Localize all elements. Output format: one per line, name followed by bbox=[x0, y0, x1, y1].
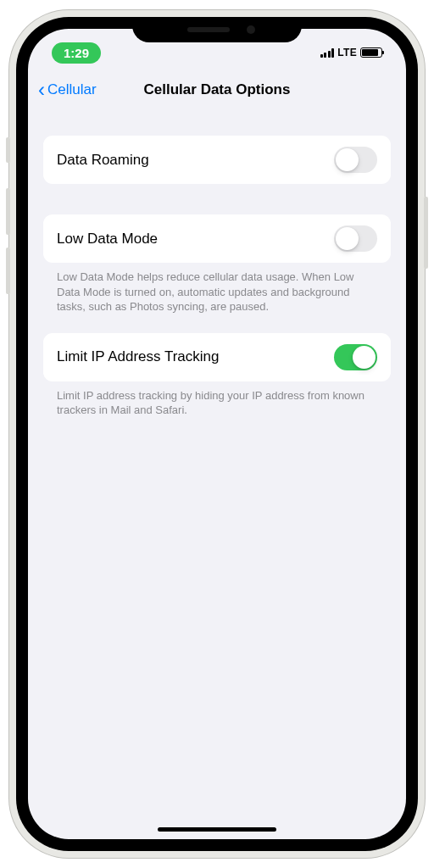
settings-content: Data Roaming Low Data Mode Low Data Mode… bbox=[28, 110, 406, 418]
limit-ip-tracking-label: Limit IP Address Tracking bbox=[57, 348, 220, 365]
back-label: Cellular bbox=[47, 81, 97, 98]
device-frame: 1:29 LTE ‹ Cellular Cellular Data Option… bbox=[9, 10, 425, 858]
limit-ip-tracking-cell: Limit IP Address Tracking bbox=[43, 333, 391, 381]
home-indicator[interactable] bbox=[158, 827, 276, 832]
power-button bbox=[424, 197, 428, 269]
status-time[interactable]: 1:29 bbox=[52, 42, 101, 64]
data-roaming-toggle[interactable] bbox=[334, 147, 377, 173]
volume-down-button bbox=[6, 248, 10, 294]
front-camera bbox=[247, 25, 255, 34]
cellular-signal-icon bbox=[320, 47, 335, 58]
back-button[interactable]: ‹ Cellular bbox=[38, 80, 97, 100]
notch bbox=[132, 17, 302, 42]
screen: 1:29 LTE ‹ Cellular Cellular Data Option… bbox=[28, 29, 406, 839]
data-roaming-cell: Data Roaming bbox=[43, 136, 391, 184]
navigation-bar: ‹ Cellular Cellular Data Options bbox=[28, 70, 406, 110]
volume-up-button bbox=[6, 188, 10, 235]
network-type: LTE bbox=[337, 47, 357, 58]
mute-switch bbox=[6, 137, 10, 163]
limit-ip-tracking-toggle[interactable] bbox=[334, 344, 377, 370]
device-bezel: 1:29 LTE ‹ Cellular Cellular Data Option… bbox=[16, 17, 418, 851]
status-indicators: LTE bbox=[320, 47, 382, 58]
toggle-knob bbox=[353, 346, 376, 369]
low-data-mode-toggle[interactable] bbox=[334, 225, 377, 252]
low-data-mode-label: Low Data Mode bbox=[57, 231, 158, 248]
low-data-mode-footer: Low Data Mode helps reduce cellular data… bbox=[43, 263, 391, 314]
limit-ip-tracking-footer: Limit IP address tracking by hiding your… bbox=[43, 381, 391, 418]
toggle-knob bbox=[336, 148, 359, 171]
speaker bbox=[187, 27, 230, 32]
chevron-left-icon: ‹ bbox=[38, 80, 45, 100]
low-data-mode-cell: Low Data Mode bbox=[43, 214, 391, 263]
battery-icon bbox=[360, 47, 382, 58]
data-roaming-label: Data Roaming bbox=[57, 152, 149, 169]
toggle-knob bbox=[336, 227, 359, 250]
